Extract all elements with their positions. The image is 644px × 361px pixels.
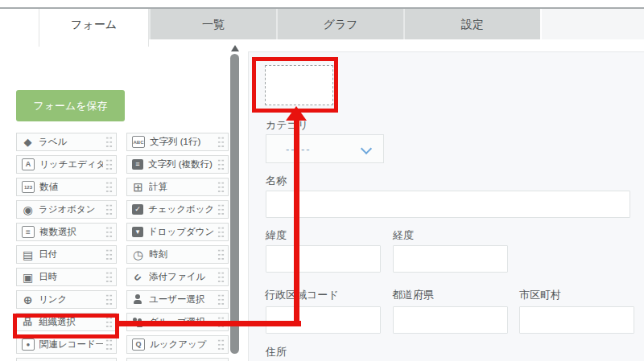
palette-item-checkbox[interactable]: ✓ チェックボックス xyxy=(126,200,229,219)
palette-item-label-text: リンク xyxy=(39,293,103,306)
users-icon xyxy=(132,316,144,328)
calculator-icon: ⊞ xyxy=(132,181,144,193)
prefecture-field-label: 都道府県 xyxy=(392,288,434,302)
palette-item-label-text: ドロップダウン xyxy=(148,226,215,238)
drag-handle-icon[interactable] xyxy=(217,181,225,194)
drag-handle-icon[interactable] xyxy=(217,203,225,216)
tab-list[interactable]: 一覧 xyxy=(149,9,276,39)
address-field-label: 住所 xyxy=(266,345,287,359)
drag-handle-icon[interactable] xyxy=(217,316,225,329)
dropdown-field-icon: ▾ xyxy=(132,227,143,237)
admin-code-field-label: 行政区域コード xyxy=(265,288,339,302)
palette-item-label-text: 日付 xyxy=(39,248,103,260)
drag-handle-icon[interactable] xyxy=(105,158,113,171)
tab-form[interactable]: フォーム xyxy=(39,9,149,47)
palette-item-link[interactable]: ⊕ リンク xyxy=(16,290,117,309)
palette-item-label-text: ラジオボタン xyxy=(39,203,103,215)
tabbar-filler xyxy=(542,9,644,39)
paperclip-icon: ∪ xyxy=(130,269,147,285)
palette-item-label-text: 計算 xyxy=(149,181,215,193)
drag-handle-icon[interactable] xyxy=(105,271,113,284)
palette-item-space[interactable]: ␣ スペース xyxy=(16,358,117,361)
drag-handle-icon[interactable] xyxy=(217,293,225,306)
palette-item-text-multi[interactable]: ≡ 文字列 (複数行) xyxy=(126,155,229,174)
palette-item-rich-editor[interactable]: A リッチエディター xyxy=(16,155,117,174)
palette-item-calc[interactable]: ⊞ 計算 xyxy=(126,178,229,196)
user-icon xyxy=(132,293,144,306)
palette-item-text-single[interactable]: ABC 文字列 (1行) xyxy=(126,133,229,151)
drag-handle-icon[interactable] xyxy=(217,338,225,351)
latitude-field-label: 緯度 xyxy=(266,228,287,243)
calendar-datetime-icon: ▣ xyxy=(22,271,34,283)
drag-handle-icon[interactable] xyxy=(105,316,113,329)
clock-icon: ◷ xyxy=(132,248,144,260)
drag-handle-icon[interactable] xyxy=(217,136,225,149)
longitude-field-label: 経度 xyxy=(393,228,414,243)
palette-item-border-line[interactable]: ▭ 罫線 xyxy=(126,358,229,361)
drag-handle-icon[interactable] xyxy=(217,248,225,261)
drag-handle-icon[interactable] xyxy=(217,271,225,284)
palette-item-label-text: 日時 xyxy=(39,271,103,283)
space-element-placeholder[interactable] xyxy=(265,65,333,105)
latitude-input[interactable] xyxy=(266,245,381,273)
palette-item-multi-select[interactable]: ≡ 複数選択 xyxy=(16,223,117,241)
category-field-label: カテゴリ xyxy=(266,118,308,133)
multi-select-icon: ≡ xyxy=(22,226,35,238)
drag-handle-icon[interactable] xyxy=(105,226,113,239)
tab-settings[interactable]: 設定 xyxy=(403,9,540,39)
chevron-down-icon xyxy=(361,143,372,154)
checkbox-icon: ✓ xyxy=(132,204,143,215)
palette-item-label-text: 添付ファイル xyxy=(149,271,215,283)
number-icon: 123 xyxy=(22,181,35,193)
category-dropdown[interactable]: ----- xyxy=(266,134,384,163)
name-input[interactable] xyxy=(266,191,630,218)
category-dropdown-value: ----- xyxy=(286,143,312,155)
drag-handle-icon[interactable] xyxy=(105,338,113,351)
drag-handle-icon[interactable] xyxy=(105,181,113,194)
palette-item-label-text: ルックアップ xyxy=(150,338,215,351)
palette-item-time[interactable]: ◷ 時刻 xyxy=(126,245,229,264)
palette-item-related-records[interactable]: ● 関連レコード一覧 xyxy=(16,335,117,354)
palette-item-label[interactable]: ◆ ラベル xyxy=(16,133,117,151)
longitude-input[interactable] xyxy=(393,245,508,273)
admin-code-input[interactable] xyxy=(266,306,381,334)
palette-item-label-text: 複数選択 xyxy=(39,226,103,238)
palette-item-label-text: 関連レコード一覧 xyxy=(39,338,103,351)
palette-item-date[interactable]: ▤ 日付 xyxy=(16,245,117,264)
palette-item-lookup[interactable]: Q ルックアップ xyxy=(126,335,229,354)
scroll-up-arrow-icon[interactable] xyxy=(231,45,239,51)
drag-handle-icon[interactable] xyxy=(105,203,113,216)
field-palette-grid: ◆ ラベル A リッチエディター 123 数値 ◉ ラジオボタン ≡ 複 xyxy=(16,133,229,361)
palette-item-radio-button[interactable]: ◉ ラジオボタン xyxy=(16,200,117,219)
org-chart-icon: 品 xyxy=(22,316,34,328)
palette-item-label-text: リッチエディター xyxy=(39,158,103,170)
field-palette-panel: フォームを保存 ◆ ラベル A リッチエディター 123 数値 ◉ ラジオボタン xyxy=(0,39,242,361)
city-input[interactable] xyxy=(519,306,634,334)
palette-item-datetime[interactable]: ▣ 日時 xyxy=(16,268,117,286)
palette-item-label-text: 文字列 (複数行) xyxy=(148,158,215,170)
drag-handle-icon[interactable] xyxy=(105,136,113,149)
palette-item-label-text: ラベル xyxy=(39,136,103,148)
radio-button-icon: ◉ xyxy=(22,203,34,215)
globe-link-icon: ⊕ xyxy=(22,293,34,306)
drag-handle-icon[interactable] xyxy=(217,226,225,239)
tag-icon: ◆ xyxy=(22,136,34,148)
palette-scrollbar-thumb[interactable] xyxy=(230,54,239,354)
palette-item-attachment[interactable]: ∪ 添付ファイル xyxy=(126,268,229,286)
drag-handle-icon[interactable] xyxy=(105,293,113,306)
palette-item-label-text: 時刻 xyxy=(149,248,215,260)
palette-item-group-select[interactable]: グループ選択 xyxy=(126,313,229,331)
palette-item-number[interactable]: 123 数値 xyxy=(16,178,117,196)
save-form-button[interactable]: フォームを保存 xyxy=(16,90,125,121)
palette-item-user-select[interactable]: ユーザー選択 xyxy=(126,290,229,309)
related-records-icon: ● xyxy=(22,338,35,351)
tab-graph[interactable]: グラフ xyxy=(276,9,403,39)
prefecture-input[interactable] xyxy=(393,306,508,334)
palette-item-label-text: チェックボックス xyxy=(148,203,215,215)
drag-handle-icon[interactable] xyxy=(105,248,113,261)
palette-item-org-select[interactable]: 品 組織選択 xyxy=(16,313,117,331)
palette-item-dropdown[interactable]: ▾ ドロップダウン xyxy=(126,223,229,241)
name-field-label: 名称 xyxy=(266,174,287,188)
drag-handle-icon[interactable] xyxy=(217,158,225,171)
palette-item-label-text: グループ選択 xyxy=(149,316,215,328)
